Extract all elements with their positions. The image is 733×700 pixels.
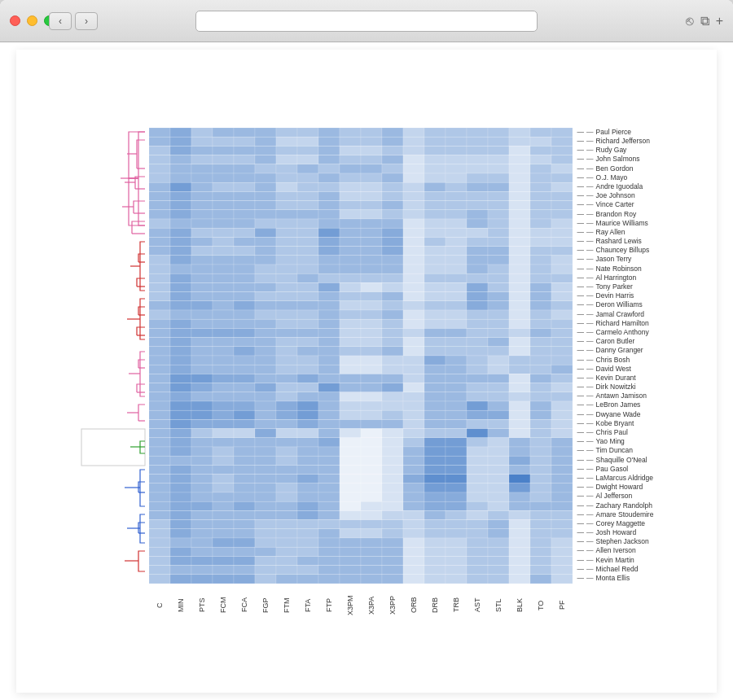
col-label: FTP	[318, 587, 340, 623]
row-label: —Chris Bosh	[576, 355, 654, 364]
row-label: —Dwight Howard	[576, 483, 654, 492]
col-label: TO	[530, 587, 551, 623]
row-label: —Ben Gordon	[576, 164, 654, 173]
new-tab-icon[interactable]: ⧉	[700, 14, 709, 28]
col-label: PTS	[191, 587, 213, 623]
page-content: —Paul Pierce—Richard Jefferson—Rudy Gay—…	[0, 42, 733, 700]
col-label: ORB	[403, 587, 424, 623]
col-label: FTA	[297, 587, 318, 623]
row-label: —Shaquille O'Neal	[576, 455, 654, 464]
heatmap-canvas	[149, 128, 573, 584]
row-label: —Nate Robinson	[576, 264, 654, 273]
row-label: —Zachary Randolph	[576, 501, 654, 510]
row-label: —Dwyane Wade	[576, 409, 654, 418]
forward-button[interactable]: ›	[75, 12, 98, 30]
row-label: —John Salmons	[576, 155, 654, 164]
row-label: —Richard Jefferson	[576, 137, 654, 146]
row-label: —Amare Stoudemire	[576, 510, 654, 518]
row-label: —Corey Maggette	[576, 519, 654, 528]
row-label: —Chris Paul	[576, 428, 654, 437]
col-label: FGP	[255, 587, 276, 623]
row-label: —Caron Butler	[576, 337, 654, 346]
row-label: —Tony Parker	[576, 282, 654, 291]
row-label: —Kevin Durant	[576, 374, 654, 383]
row-label: —Deron Williams	[576, 300, 654, 309]
col-label: STL	[488, 587, 509, 623]
col-label: X3PM	[340, 587, 361, 623]
row-label: —Pau Gasol	[576, 464, 654, 473]
col-label: DRB	[424, 587, 446, 623]
col-label: FCM	[213, 587, 234, 623]
row-label: —Carmelo Anthony	[576, 328, 654, 337]
row-label: —Ray Allen	[576, 228, 654, 237]
address-bar[interactable]	[195, 11, 538, 32]
row-labels: —Paul Pierce—Richard Jefferson—Rudy Gay—…	[576, 128, 654, 584]
row-label: —Antawn Jamison	[576, 392, 654, 400]
minimize-button[interactable]	[27, 15, 37, 26]
row-label: —Stephen Jackson	[576, 537, 654, 546]
col-label: X3PA	[361, 587, 382, 623]
row-label: —Rudy Gay	[576, 146, 654, 155]
heatmap-with-labels: —Paul Pierce—Richard Jefferson—Rudy Gay—…	[149, 128, 654, 623]
row-label: —Josh Howard	[576, 528, 654, 537]
row-label: —Maurice Williams	[576, 218, 654, 227]
row-label: —Paul Pierce	[576, 128, 654, 137]
col-label: AST	[467, 587, 488, 623]
nav-buttons: ‹ ›	[49, 12, 98, 30]
row-label: —Michael Redd	[576, 565, 654, 574]
col-label: FCA	[234, 587, 255, 623]
column-labels: CMINPTSFCMFCAFGPFTMFTAFTPX3PMX3PAX3PPORB…	[149, 587, 654, 623]
share-icon[interactable]: ⎋	[686, 14, 694, 28]
row-label: —Danny Granger	[576, 346, 654, 355]
row-label: —Rashard Lewis	[576, 237, 654, 246]
row-label: —Allen Iverson	[576, 546, 654, 555]
row-label: —Kobe Bryant	[576, 419, 654, 428]
row-label: —Richard Hamilton	[576, 318, 654, 327]
back-button[interactable]: ‹	[49, 12, 72, 30]
close-button[interactable]	[10, 15, 20, 26]
row-label: —Joe Johnson	[576, 191, 654, 200]
add-tab-icon[interactable]: +	[716, 14, 723, 28]
row-label: —Chauncey Billups	[576, 246, 654, 255]
row-label: —Monta Ellis	[576, 574, 654, 583]
dendrogram-svg	[80, 128, 149, 584]
row-label: —LaMarcus Aldridge	[576, 474, 654, 483]
row-label: —O.J. Mayo	[576, 173, 654, 182]
row-label: —LeBron James	[576, 400, 654, 409]
row-label: —Devin Harris	[576, 291, 654, 300]
col-label: MIN	[170, 587, 191, 623]
col-label: PF	[551, 587, 573, 623]
title-bar: ‹ › ⎋ ⧉ +	[0, 0, 733, 42]
row-label: —Kevin Martin	[576, 555, 654, 564]
col-label: FTM	[276, 587, 297, 623]
col-label: TRB	[446, 587, 467, 623]
row-label: —Tim Duncan	[576, 446, 654, 455]
row-label: —Jamal Crawford	[576, 309, 654, 318]
row-label: —Jason Terry	[576, 255, 654, 264]
left-dendrogram	[80, 128, 149, 584]
row-label: —Al Harrington	[576, 273, 654, 282]
row-label: —Dirk Nowitzki	[576, 383, 654, 392]
row-label: —Andre Iguodala	[576, 182, 654, 191]
heatmap-chart: —Paul Pierce—Richard Jefferson—Rudy Gay—…	[80, 128, 654, 623]
row-label: —David West	[576, 364, 654, 373]
row-label: —Brandon Roy	[576, 209, 654, 218]
col-label: BLK	[509, 587, 530, 623]
toolbar-right: ⎋ ⧉ +	[686, 14, 723, 28]
browser-window: ‹ › ⎋ ⧉ +	[0, 0, 733, 700]
row-label: —Yao Ming	[576, 437, 654, 446]
heatmap-rows: —Paul Pierce—Richard Jefferson—Rudy Gay—…	[149, 128, 654, 584]
traffic-lights	[10, 15, 55, 26]
row-label: —Al Jefferson	[576, 492, 654, 501]
col-label: X3PP	[382, 587, 403, 623]
row-label: —Vince Carter	[576, 200, 654, 209]
col-label: C	[149, 587, 170, 623]
